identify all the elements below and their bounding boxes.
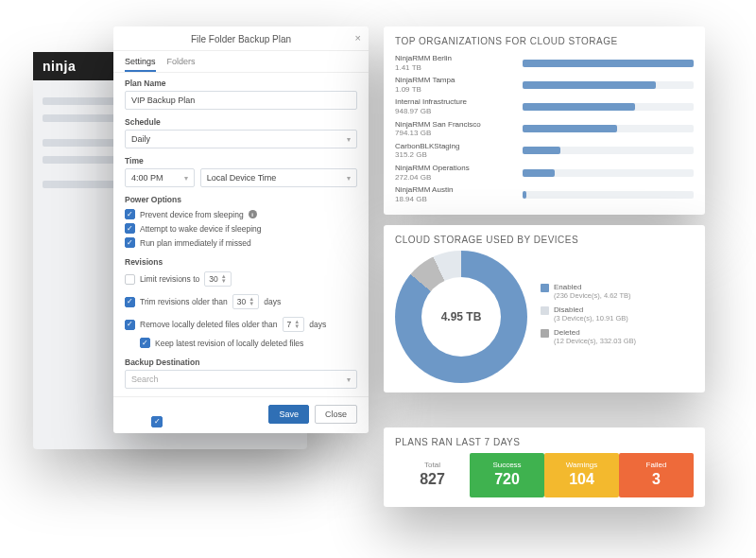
legend-detail: (3 Device(s), 10.91 GB) xyxy=(554,314,628,323)
top-orgs-title: TOP ORGANIZATIONS FOR CLOUD STORAGE xyxy=(395,36,694,46)
donut-center-value: 4.95 TB xyxy=(395,251,527,383)
org-meta: NinjaRMM San Francisco794.13 GB xyxy=(395,120,513,138)
backup-plan-modal: File Folder Backup Plan × Settings Folde… xyxy=(113,26,369,433)
close-icon[interactable]: × xyxy=(355,32,361,44)
plans-ran-title: PLANS RAN LAST 7 DAYS xyxy=(395,437,694,447)
org-meta: NinjaRMM Austin18.94 GB xyxy=(395,185,513,203)
wake-device-checkbox[interactable]: ✓ xyxy=(125,223,135,234)
org-row: NinjaRMM Berlin1.41 TB xyxy=(395,52,694,74)
plans-ran-panel: PLANS RAN LAST 7 DAYS Total827Success720… xyxy=(384,427,705,507)
plan-name-input[interactable] xyxy=(125,91,357,110)
org-name: CarbonBLKStaging xyxy=(395,142,513,151)
plan-value: 720 xyxy=(473,471,541,488)
info-icon[interactable]: i xyxy=(249,210,257,218)
schedule-label: Schedule xyxy=(125,117,357,127)
org-size: 948.97 GB xyxy=(395,107,513,116)
org-row: NinjaRMM Austin18.94 GB xyxy=(395,183,694,205)
plan-cell-total: Total827 xyxy=(395,453,470,497)
trim-revisions-label: Trim revisions older than xyxy=(140,297,228,306)
time-select[interactable]: 4:00 PM xyxy=(125,168,195,187)
org-bar xyxy=(523,60,694,67)
org-size: 1.09 TB xyxy=(395,85,513,95)
remove-local-unit: days xyxy=(309,320,326,329)
chevron-updown-icon[interactable]: ▲▼ xyxy=(221,274,227,284)
org-bar xyxy=(523,191,694,199)
plan-value: 827 xyxy=(399,471,466,488)
destination-search[interactable]: Search xyxy=(125,370,357,389)
org-size: 315.2 GB xyxy=(395,150,513,160)
plan-cell-failed: Failed3 xyxy=(619,453,694,497)
chevron-updown-icon[interactable]: ▲▼ xyxy=(249,297,254,306)
donut-chart: 4.95 TB xyxy=(395,251,527,383)
brand-logo: ninja xyxy=(43,59,76,74)
run-if-missed-label: Run plan immediately if missed xyxy=(140,238,251,248)
tab-settings[interactable]: Settings xyxy=(125,57,156,72)
legend-label: Enabled xyxy=(554,283,631,291)
org-size: 18.94 GB xyxy=(395,195,513,204)
org-meta: Internal Infrastructure948.97 GB xyxy=(395,97,513,115)
org-name: NinjaRMM Austin xyxy=(395,185,513,195)
org-bar xyxy=(523,169,694,177)
org-row: Internal Infrastructure948.97 GB xyxy=(395,96,694,117)
org-meta: NinjaRMM Berlin1.41 TB xyxy=(395,54,513,72)
revisions-label: Revisions xyxy=(125,257,357,267)
keep-latest-checkbox[interactable]: ✓ xyxy=(140,338,150,348)
legend-detail: (12 Device(s), 332.03 GB) xyxy=(554,337,636,345)
trim-days-stepper[interactable]: 30 ▲▼ xyxy=(232,294,259,309)
org-size: 794.13 GB xyxy=(395,129,513,138)
timezone-select[interactable]: Local Device Time xyxy=(200,168,357,187)
cloud-storage-title: CLOUD STORAGE USED BY DEVICES xyxy=(395,235,694,245)
org-name: NinjaRMM Operations xyxy=(395,164,513,173)
limit-revisions-checkbox[interactable]: ✓ xyxy=(125,274,135,285)
org-row: CarbonBLKStaging315.2 GB xyxy=(395,140,694,162)
prevent-sleep-label: Prevent device from sleeping xyxy=(140,210,244,219)
close-button[interactable]: Close xyxy=(315,405,357,424)
legend-item: Deleted(12 Device(s), 332.03 GB) xyxy=(541,328,636,345)
remove-local-checkbox[interactable]: ✓ xyxy=(125,320,135,330)
modal-title-bar: File Folder Backup Plan × xyxy=(113,26,369,51)
plan-label: Success xyxy=(473,461,541,469)
org-row: NinjaRMM Operations272.04 GB xyxy=(395,162,694,183)
save-button[interactable]: Save xyxy=(268,405,309,424)
run-if-missed-checkbox[interactable]: ✓ xyxy=(125,237,135,248)
org-name: NinjaRMM Tampa xyxy=(395,76,513,85)
wake-device-label: Attempt to wake device if sleeping xyxy=(140,224,262,234)
plan-value: 3 xyxy=(623,471,690,488)
power-options-label: Power Options xyxy=(125,195,357,204)
plan-cell-success: Success720 xyxy=(470,453,544,497)
org-meta: NinjaRMM Operations272.04 GB xyxy=(395,164,513,182)
tab-folders[interactable]: Folders xyxy=(167,57,196,72)
org-bar xyxy=(523,103,694,111)
limit-revisions-stepper[interactable]: 30 ▲▼ xyxy=(204,271,231,287)
chevron-updown-icon[interactable]: ▲▼ xyxy=(294,320,300,329)
plan-label: Failed xyxy=(623,461,690,469)
org-size: 272.04 GB xyxy=(395,173,513,183)
org-size: 1.41 TB xyxy=(395,63,513,73)
limit-revisions-label: Limit revisions to xyxy=(140,274,199,284)
prevent-sleep-checkbox[interactable]: ✓ xyxy=(125,209,135,219)
plan-label: Warnings xyxy=(548,461,615,469)
trim-revisions-checkbox[interactable]: ✓ xyxy=(125,297,135,307)
org-name: NinjaRMM Berlin xyxy=(395,54,513,63)
schedule-select[interactable]: Daily xyxy=(125,130,357,148)
cloud-storage-panel: CLOUD STORAGE USED BY DEVICES 4.95 TB En… xyxy=(384,225,705,392)
remove-local-days-stepper[interactable]: 7 ▲▼ xyxy=(283,317,305,332)
org-meta: CarbonBLKStaging315.2 GB xyxy=(395,142,513,160)
legend-item: Enabled(236 Device(s), 4.62 TB) xyxy=(541,283,636,300)
org-row: NinjaRMM Tampa1.09 TB xyxy=(395,74,694,96)
legend-label: Disabled xyxy=(554,305,628,314)
org-row: NinjaRMM San Francisco794.13 GB xyxy=(395,118,694,140)
top-orgs-panel: TOP ORGANIZATIONS FOR CLOUD STORAGE Ninj… xyxy=(384,26,705,215)
legend-swatch xyxy=(541,306,549,315)
legend-item: Disabled(3 Device(s), 10.91 GB) xyxy=(541,305,636,323)
plan-label: Total xyxy=(399,461,466,469)
keep-latest-label: Keep latest revision of locally deleted … xyxy=(155,339,303,348)
org-bar xyxy=(523,125,694,132)
modal-tabs: Settings Folders xyxy=(113,51,369,73)
plan-cell-warnings: Warnings104 xyxy=(544,453,619,497)
donut-legend: Enabled(236 Device(s), 4.62 TB)Disabled(… xyxy=(541,283,636,351)
background-checkbox[interactable]: ✓ xyxy=(151,416,163,427)
org-bar xyxy=(523,147,694,154)
org-bar xyxy=(523,81,694,89)
plan-value: 104 xyxy=(548,471,615,488)
